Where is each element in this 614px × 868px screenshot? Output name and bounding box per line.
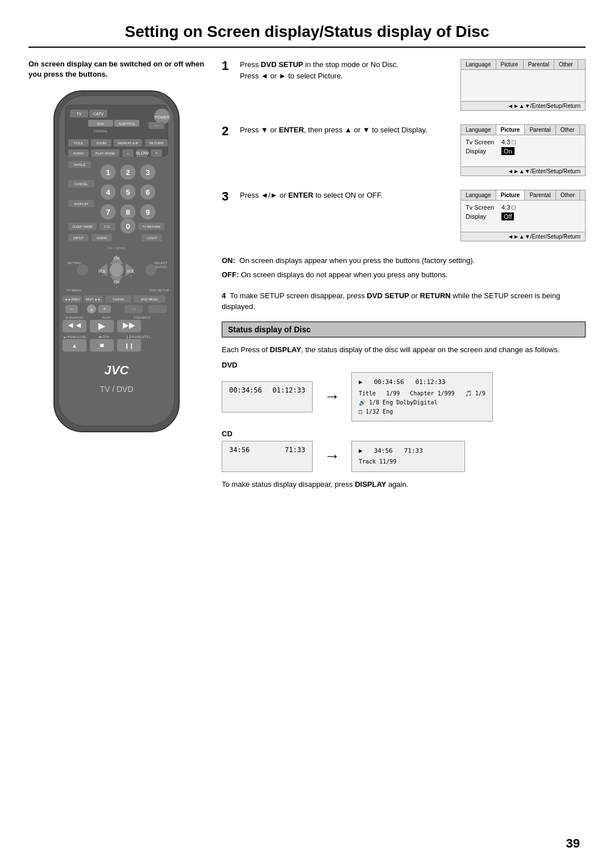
svg-text:INPUT: INPUT	[73, 236, 84, 240]
svg-text:6: 6	[146, 188, 150, 197]
svg-text:+: +	[130, 274, 132, 277]
svg-text:CH: CH	[114, 280, 119, 284]
on-label: ON:	[222, 256, 235, 265]
step-4: 4 To make SETUP screen disappear, press …	[222, 290, 586, 312]
dvd-box-detail: ▶ 00:34:56 01:12:33 Title 1/99 Chapter 1…	[351, 372, 493, 422]
svg-text:MUTING: MUTING	[67, 261, 81, 265]
svg-text:+: +	[155, 151, 157, 155]
setup-tabs-2: Language Picture Parental Other	[461, 125, 585, 135]
step-3-text: Press ◄/► or ENTER to select ON or OFF.	[240, 190, 454, 201]
svg-text:■: ■	[99, 341, 103, 349]
value-display-off: Off	[501, 212, 514, 220]
screen-row-tvscreen-3: Tv Screen 4:3 □	[466, 204, 580, 211]
screen-row-display: Display On	[466, 147, 580, 155]
page-title: Setting on Screen display/Status display…	[28, 23, 586, 48]
cd-play-icon: ▶	[359, 446, 363, 456]
tab-parental-3: Parental	[525, 190, 555, 200]
svg-text:POWER: POWER	[155, 115, 169, 119]
dvd-detail-line2: 🔊 1/8 Eng DolbyDigital	[359, 398, 486, 407]
cd-box-detail: ▶ 34:56 71:33 Track 11/99	[351, 441, 465, 472]
setup-body-3: Tv Screen 4:3 □ Display Off	[461, 201, 585, 232]
intro-text: On screen display can be switched on or …	[28, 59, 205, 80]
remote-container: TV CATV POWER DVD SUBTITLE ··· CONTRO	[37, 88, 196, 442]
cd-detail-line1: Track 11/99	[359, 457, 458, 466]
dvd-arrow: →	[324, 387, 340, 406]
svg-text:9: 9	[146, 208, 150, 216]
svg-text:SLEEP TIMER: SLEEP TIMER	[72, 225, 93, 228]
svg-text:REPEAT A-B: REPEAT A-B	[118, 141, 138, 145]
tab-other-3: Other	[556, 190, 580, 200]
svg-text:◄◄: ◄◄	[67, 320, 82, 329]
dvd-time-row-simple: 00:34:56 01:12:33	[229, 386, 305, 394]
svg-text:o: o	[90, 307, 93, 312]
cd-time-row-simple: 34:56 71:33	[229, 446, 305, 454]
setup-screen-3: Language Picture Parental Other Tv Scree…	[460, 190, 586, 241]
cd-detail-time2: 71:33	[404, 446, 423, 456]
svg-text:DISPLAY: DISPLAY	[74, 202, 89, 206]
tab-picture-3: Picture	[496, 190, 525, 200]
svg-text:ZOOM: ZOOM	[96, 141, 106, 145]
svg-text:B.SEARCH: B.SEARCH	[66, 316, 84, 319]
step-1-number: 1	[222, 59, 233, 73]
svg-text:4: 4	[106, 188, 110, 197]
svg-text:▲OPEN/CLOSE: ▲OPEN/CLOSE	[63, 335, 86, 339]
svg-text:TV MENU: TV MENU	[67, 289, 82, 292]
value-tvscreen-3: 4:3 □	[501, 204, 516, 211]
dvd-play-icon: ▶	[359, 377, 363, 387]
svg-text:NEXT ►►: NEXT ►►	[86, 298, 101, 301]
main-layout: On screen display can be switched on or …	[28, 59, 586, 489]
setup-footer-3: ◄►▲▼/Enter/Setup/Return	[461, 232, 585, 241]
svg-text:/ENTER: /ENTER	[155, 265, 168, 269]
svg-text:+: +	[103, 306, 106, 312]
tab-parental-2: Parental	[525, 125, 555, 135]
cd-detail-time-row: ▶ 34:56 71:33	[359, 446, 458, 456]
svg-text:3: 3	[146, 168, 150, 177]
value-display-on: On	[501, 147, 515, 155]
svg-text:TV/DVD: TV/DVD	[113, 298, 124, 301]
step-1-screen: Language Picture Parental Other ◄►▲▼/Ent…	[460, 59, 586, 112]
step-1-text: Press DVD SETUP in the stop mode or No D…	[240, 59, 454, 81]
screen-row-display-3: Display Off	[466, 212, 580, 220]
status-section-title: Status display of Disc	[222, 322, 586, 337]
svg-text:AUDIO: AUDIO	[73, 152, 84, 155]
svg-text:–: –	[70, 306, 73, 312]
svg-text:0: 0	[126, 222, 130, 231]
setup-screen-1: Language Picture Parental Other ◄►▲▼/Ent…	[460, 59, 586, 111]
svg-text:+: +	[115, 255, 118, 258]
cd-box-simple: 34:56 71:33	[222, 441, 313, 472]
svg-text:TV / DVD: TV / DVD	[99, 385, 133, 394]
svg-point-89	[77, 264, 88, 276]
svg-text:–: –	[127, 151, 129, 155]
bottom-note: To make status display disappear, press …	[222, 480, 586, 489]
label-tvscreen-3: Tv Screen	[466, 204, 497, 211]
svg-text:F.SEARCH: F.SEARCH	[134, 316, 151, 319]
svg-text:▶▶: ▶▶	[123, 320, 135, 329]
svg-text:▶: ▶	[98, 321, 106, 331]
svg-text:◄◄ PREV: ◄◄ PREV	[64, 298, 80, 301]
svg-text:RN-C30WG: RN-C30WG	[107, 247, 126, 250]
page-container: Setting on Screen display/Status display…	[0, 0, 614, 868]
step-2-text: Press ▼ or ENTER, then press ▲ or ▼ to s…	[240, 124, 454, 136]
tab-picture-2: Picture	[496, 125, 525, 135]
svg-text:CATV: CATV	[93, 112, 103, 116]
setup-footer-2: ◄►▲▼/Enter/Setup/Return	[461, 166, 585, 176]
tab-language-3: Language	[461, 190, 496, 200]
svg-text:TITLE: TITLE	[74, 141, 83, 145]
svg-text:DVD SETUP: DVD SETUP	[150, 289, 169, 292]
step-2: 2 Press ▼ or ENTER, then press ▲ or ▼ to…	[222, 124, 586, 177]
svg-rect-109	[148, 305, 167, 313]
label-tvscreen: Tv Screen	[466, 139, 497, 145]
svg-text:PLAY MODE: PLAY MODE	[96, 152, 115, 155]
svg-text:2: 2	[126, 168, 130, 177]
cd-arrow: →	[324, 447, 340, 465]
screen-row-tvscreen: Tv Screen 4:3 □	[466, 139, 580, 145]
svg-text:VOL: VOL	[127, 269, 135, 273]
dvd-detail-time2: 01:12:33	[416, 377, 446, 387]
step-1: 1 Press DVD SETUP in the stop mode or No…	[222, 59, 586, 112]
tab-language-1: Language	[461, 60, 496, 69]
dvd-time1: 00:34:56	[229, 386, 262, 394]
cd-label: CD	[222, 429, 586, 438]
dvd-detail-line3: □ 1/32 Eng	[359, 407, 486, 416]
svg-text:❙❙PAUSE/STILL: ❙❙PAUSE/STILL	[126, 335, 151, 339]
step-3: 3 Press ◄/► or ENTER to select ON or OFF…	[222, 190, 586, 243]
